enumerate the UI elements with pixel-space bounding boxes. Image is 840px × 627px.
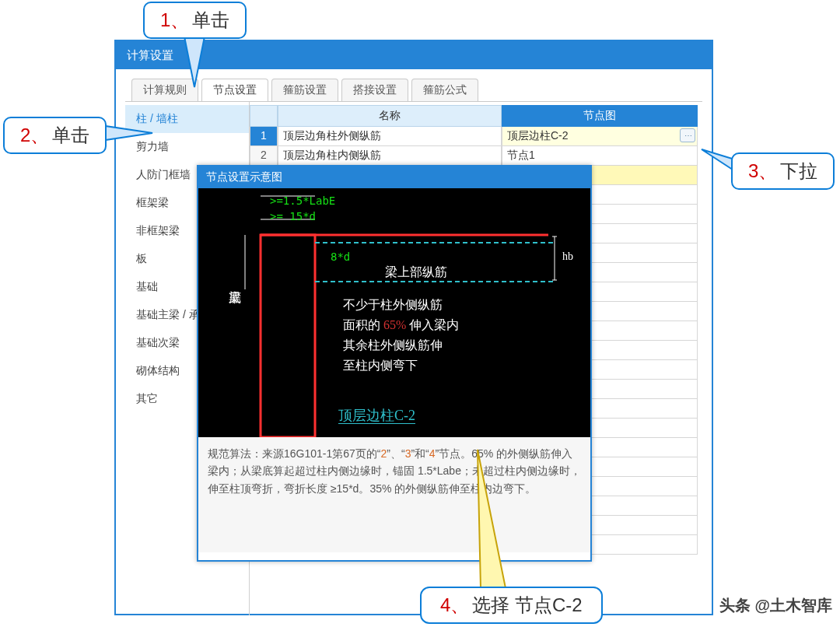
row-index: 1 <box>250 127 278 146</box>
callout-4-num: 4、 <box>440 594 469 615</box>
tab-stirrup-formula[interactable]: 箍筋公式 <box>411 79 478 101</box>
dim-8d: 8*d <box>331 250 350 263</box>
preview-diagram: >=1.5*LabE >= 15*d 8*d 梁底 hb 梁上部纵筋 不少于柱外… <box>198 188 590 437</box>
label-hb: hb <box>562 250 573 263</box>
callout-2-text: 单击 <box>52 124 89 145</box>
row-index: 2 <box>250 146 278 166</box>
callout-1-text: 单击 <box>192 9 229 30</box>
dropdown-button[interactable]: ⋯ <box>680 128 695 142</box>
callout-2-num: 2、 <box>20 124 49 145</box>
row-node[interactable]: 节点1 <box>502 146 698 166</box>
grid-header: 名称 节点图 <box>250 105 698 127</box>
watermark: 头条 @土木智库 <box>719 595 832 616</box>
window-title: 计算设置 <box>116 41 712 69</box>
label-beam-rebar: 梁上部纵筋 <box>385 264 447 281</box>
callout-2: 2、单击 <box>3 117 107 154</box>
callout-3: 3、下拉 <box>731 152 835 190</box>
table-row[interactable]: 1顶层边角柱外侧纵筋顶层边柱C-2⋯ <box>250 127 698 146</box>
col-node: 节点图 <box>502 105 698 127</box>
callout-4-text: 选择 节点C-2 <box>472 594 582 615</box>
node-preview-panel: 节点设置示意图 >=1.5*LabE >= 15*d 8*d 梁底 hb 梁上部… <box>197 165 592 562</box>
tab-splice[interactable]: 搭接设置 <box>341 79 408 101</box>
tab-stirrup[interactable]: 箍筋设置 <box>271 79 338 101</box>
col-index <box>250 105 278 127</box>
note-line1: 不少于柱外侧纵筋 <box>343 297 443 314</box>
note-line2: 面积的 65% 伸入梁内 <box>343 317 459 334</box>
callout-3-text: 下拉 <box>780 160 817 181</box>
callout-3-num: 3、 <box>748 160 777 181</box>
tab-node-setting[interactable]: 节点设置 <box>201 79 268 101</box>
note-line4: 至柱内侧弯下 <box>343 358 418 374</box>
col-name: 名称 <box>278 105 502 127</box>
row-node[interactable]: 顶层边柱C-2⋯ <box>502 127 698 146</box>
note-line3: 其余柱外侧纵筋伸 <box>343 338 443 354</box>
row-name: 顶层边角柱外侧纵筋 <box>278 127 502 146</box>
preview-desc: 规范算法：来源16G101-1第67页的“2”、“3”和“4”节点。65% 的外… <box>198 437 590 552</box>
sidebar-item-shearwall[interactable]: 剪力墙 <box>125 133 249 161</box>
sidebar-item-column[interactable]: 柱 / 墙柱 <box>125 105 249 133</box>
dim-labe: >=1.5*LabE <box>270 194 335 207</box>
tab-calc-rule[interactable]: 计算规则 <box>131 79 198 101</box>
row-name: 顶层边角柱内侧纵筋 <box>278 146 502 166</box>
dim-15d: >= 15*d <box>270 210 316 222</box>
callout-1: 1、单击 <box>143 2 247 39</box>
callout-4: 4、选择 节点C-2 <box>420 587 603 624</box>
preview-title: 节点设置示意图 <box>198 166 590 188</box>
table-row[interactable]: 2顶层边角柱内侧纵筋节点1 <box>250 146 698 166</box>
svg-rect-4 <box>261 235 315 437</box>
callout-1-num: 1、 <box>160 9 189 30</box>
diagram-title: 顶层边柱C-2 <box>338 406 415 425</box>
tab-strip: 计算规则 节点设置 箍筋设置 搭接设置 箍筋公式 <box>125 79 702 102</box>
